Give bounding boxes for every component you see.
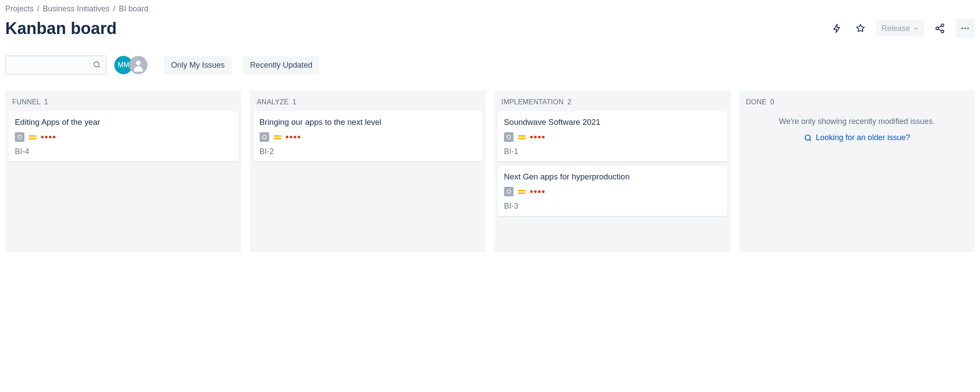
column-count: 0 (770, 98, 774, 106)
column-count: 1 (292, 98, 296, 106)
column-count: 1 (44, 98, 48, 106)
search-icon (93, 60, 101, 70)
kanban-board: FUNNEL 1 Editing Apps of the year BI-4 A… (5, 90, 975, 252)
automation-icon[interactable] (829, 21, 845, 36)
issue-type-icon (260, 132, 269, 142)
priority-icon (274, 135, 281, 139)
breadcrumb-project[interactable]: Business Initiatives (43, 4, 110, 14)
recently-updated-button[interactable]: Recently Updated (243, 56, 319, 74)
release-label: Release (881, 24, 910, 33)
svg-point-11 (507, 190, 511, 193)
issue-key: BI-2 (260, 147, 476, 156)
share-icon[interactable] (932, 21, 948, 36)
issue-key: BI-3 (504, 202, 721, 211)
breadcrumb-board[interactable]: BI board (119, 4, 148, 14)
header-actions: Release (829, 19, 975, 38)
card[interactable]: Bringing our apps to the next level BI-2 (254, 111, 483, 162)
card-title: Bringing our apps to the next level (260, 117, 476, 127)
card-title: Editing Apps of the year (15, 117, 232, 127)
card[interactable]: Editing Apps of the year BI-4 (9, 111, 238, 162)
svg-point-6 (94, 62, 99, 67)
more-button[interactable] (956, 19, 975, 38)
column-name: ANALYZE (257, 98, 289, 106)
column-name: FUNNEL (12, 98, 41, 106)
chevron-down-icon (913, 25, 919, 31)
svg-point-7 (136, 61, 141, 65)
column-implementation: IMPLEMENTATION 2 Soundwave Software 2021… (494, 90, 730, 252)
status-dots-icon (41, 136, 55, 138)
svg-point-2 (941, 30, 944, 33)
avatar-group: MM (114, 56, 147, 74)
search-input[interactable] (5, 55, 106, 75)
breadcrumb-sep: / (113, 4, 115, 14)
svg-point-9 (263, 135, 266, 139)
column-header: IMPLEMENTATION 2 (494, 90, 730, 108)
older-issue-label: Looking for an older issue? (816, 133, 910, 142)
column-header: DONE 0 (739, 90, 975, 108)
status-dots-icon (530, 136, 545, 138)
column-header: ANALYZE 1 (250, 90, 486, 108)
svg-point-5 (967, 28, 969, 29)
issue-key: BI-4 (15, 147, 232, 156)
svg-point-12 (805, 135, 810, 140)
star-icon[interactable] (853, 21, 868, 36)
search-field[interactable] (10, 61, 93, 69)
search-icon (804, 134, 812, 142)
column-done: DONE 0 We're only showing recently modif… (739, 90, 975, 252)
done-message: We're only showing recently modified iss… (739, 108, 975, 127)
svg-point-8 (18, 135, 21, 139)
column-name: DONE (746, 98, 767, 106)
column-analyze: ANALYZE 1 Bringing our apps to the next … (250, 90, 486, 252)
breadcrumb-projects[interactable]: Projects (5, 4, 34, 14)
page-title: Kanban board (5, 19, 829, 38)
avatar-unassigned[interactable] (129, 56, 147, 74)
only-my-issues-button[interactable]: Only My Issues (164, 56, 232, 74)
issue-key: BI-1 (504, 147, 721, 156)
breadcrumbs: Projects / Business Initiatives / BI boa… (5, 4, 975, 14)
column-count: 2 (567, 98, 571, 106)
breadcrumb-sep: / (37, 4, 39, 14)
card[interactable]: Next Gen apps for hyperproduction BI-3 (498, 166, 727, 216)
issue-type-icon (504, 187, 514, 196)
card-title: Soundwave Software 2021 (504, 117, 721, 127)
older-issue-link[interactable]: Looking for an older issue? (739, 133, 975, 142)
svg-point-4 (964, 28, 966, 29)
priority-icon (518, 135, 526, 139)
priority-icon (29, 135, 37, 139)
column-name: IMPLEMENTATION (501, 98, 564, 106)
svg-point-3 (962, 28, 963, 29)
priority-icon (518, 190, 526, 194)
card-title: Next Gen apps for hyperproduction (504, 172, 721, 182)
svg-point-1 (936, 27, 939, 30)
svg-point-0 (941, 24, 944, 27)
issue-type-icon (504, 132, 514, 142)
column-funnel: FUNNEL 1 Editing Apps of the year BI-4 (5, 90, 241, 252)
status-dots-icon (530, 190, 545, 193)
release-button[interactable]: Release (876, 21, 924, 37)
person-icon (132, 58, 145, 72)
card[interactable]: Soundwave Software 2021 BI-1 (498, 111, 727, 162)
svg-point-10 (507, 135, 511, 139)
issue-type-icon (15, 132, 24, 142)
status-dots-icon (286, 136, 300, 138)
column-header: FUNNEL 1 (5, 90, 241, 108)
more-icon (960, 24, 970, 33)
